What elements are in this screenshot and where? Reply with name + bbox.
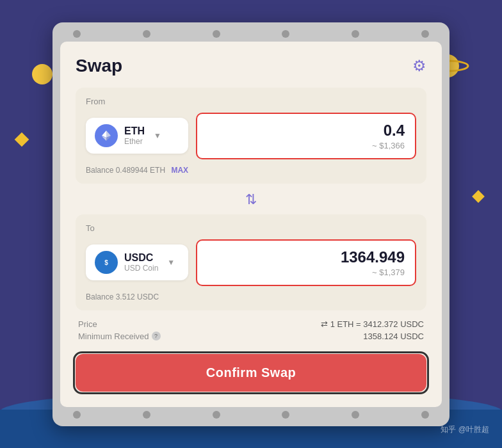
to-row: $ USDC USD Coin ▼ 1364.949 ~ $1,379	[86, 239, 416, 286]
to-section: To $ USDC USD Coin ▼ 13	[76, 214, 426, 310]
eth-token-info: ETH Ether	[124, 125, 145, 146]
star-decoration	[32, 64, 53, 84]
to-token-selector[interactable]: $ USDC USD Coin ▼	[86, 244, 188, 280]
from-row: ETH Ether ▼ 0.4 ~ $1,366	[86, 113, 416, 159]
usdc-symbol: USDC	[124, 252, 158, 264]
panel-inner: Swap ⚙ From ETH	[60, 42, 442, 407]
eth-icon	[95, 124, 118, 147]
settings-icon[interactable]: ⚙	[412, 57, 426, 75]
rivet-b3	[213, 411, 220, 419]
rivet-b6	[421, 411, 429, 419]
rivet-b5	[352, 411, 359, 419]
rivet-5	[352, 30, 359, 38]
usdc-icon: $	[95, 251, 118, 274]
top-rivets	[60, 30, 442, 38]
usdc-token-info: USDC USD Coin	[124, 252, 158, 273]
swap-panel: Swap ⚙ From ETH	[53, 22, 449, 426]
confirm-swap-button[interactable]: Confirm Swap	[76, 354, 426, 392]
to-amount: 1364.949	[207, 248, 405, 266]
price-info: Price ⇄ 1 ETH = 3412.372 USDC Minimum Re…	[76, 319, 426, 341]
diamond-decoration-right	[472, 190, 485, 203]
rivet-4	[282, 30, 289, 38]
swap-header: Swap ⚙	[76, 56, 426, 76]
from-amount: 0.4	[207, 122, 405, 140]
to-amount-usd: ~ $1,379	[207, 268, 405, 277]
rivet-3	[213, 30, 220, 38]
rivet-b1	[73, 411, 81, 419]
info-icon[interactable]: ?	[152, 332, 161, 340]
from-chevron-icon: ▼	[154, 131, 161, 140]
from-amount-usd: ~ $1,366	[207, 141, 405, 150]
price-value: ⇄ 1 ETH = 3412.372 USDC	[321, 319, 424, 329]
page-title: Swap	[76, 56, 122, 76]
rivet-6	[421, 30, 429, 38]
to-chevron-icon: ▼	[167, 258, 175, 267]
from-label: From	[86, 97, 416, 106]
from-token-selector[interactable]: ETH Ether ▼	[86, 118, 188, 154]
eth-name: Ether	[124, 137, 145, 146]
minimum-received-row: Minimum Received ? 1358.124 USDC	[78, 332, 424, 341]
minimum-received-value: 1358.124 USDC	[363, 332, 424, 341]
to-balance: Balance 3.512 USDC	[86, 292, 416, 301]
max-button[interactable]: MAX	[171, 166, 188, 175]
minimum-received-label: Minimum Received ?	[78, 332, 161, 341]
diamond-decoration-left	[15, 132, 29, 147]
price-label: Price	[78, 319, 97, 329]
from-amount-box[interactable]: 0.4 ~ $1,366	[196, 113, 416, 159]
bottom-rivets	[60, 411, 442, 419]
price-row: Price ⇄ 1 ETH = 3412.372 USDC	[78, 319, 424, 329]
from-section: From ETH Ether ▼	[76, 88, 426, 184]
to-amount-box: 1364.949 ~ $1,379	[196, 239, 416, 286]
rivet-2	[143, 30, 150, 38]
watermark: 知乎 @叶胜超	[441, 424, 489, 435]
swap-direction-area: ⇅	[76, 189, 426, 211]
rivet-b2	[143, 411, 150, 419]
from-balance: Balance 0.489944 ETH MAX	[86, 166, 416, 175]
usdc-name: USD Coin	[124, 264, 158, 273]
swap-arrows-icon: ⇅	[245, 191, 257, 207]
to-label: To	[86, 223, 416, 233]
eth-symbol: ETH	[124, 125, 145, 137]
rivet-1	[73, 30, 81, 38]
svg-text:$: $	[104, 259, 108, 266]
swap-direction-button[interactable]: ⇅	[240, 189, 262, 211]
rivet-b4	[282, 411, 289, 419]
